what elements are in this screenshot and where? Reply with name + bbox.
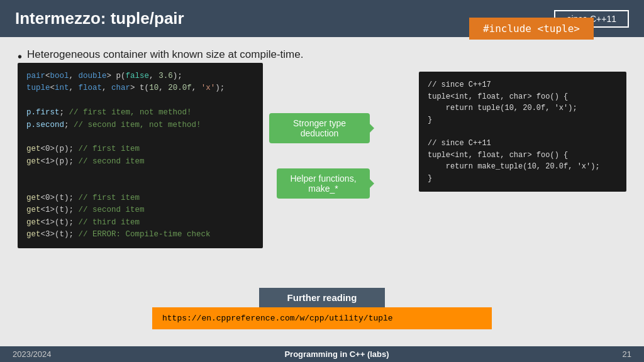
callout-helper-line1: Helper functions, [287,173,360,184]
code-line: p.first; // first item, not method! [26,107,254,119]
code-line: p.second; // second item, not method! [26,119,254,131]
code-line: tuple<int, float, char> foo() { [428,150,618,162]
code-line: return make_tuple(10, 20.0f, 'x'); [428,161,618,173]
code-line: get<1>(t); // third item [26,217,254,229]
footer-year: 2023/2024 [13,349,51,359]
callout-type-deduction: Stronger type deduction [269,113,370,143]
bullet-text: Heterogeneous container with known size … [27,48,303,61]
code-line: get<3>(t); // ERROR: Compile-time check [26,229,254,241]
code-block-left: pair<bool, double> p(false, 3.6); tuple<… [18,63,263,248]
code-line: return tuple(10, 20.0f, 'x'); [428,102,618,114]
code-line: } [428,114,618,126]
code-line: tuple<int, float, char> t(10, 20.0f, 'x'… [26,82,254,94]
footer-course: Programming in C++ (labs) [284,349,389,359]
footer-page: 21 [623,349,631,359]
code-line: get<0>(p); // first item [26,143,254,155]
code-line: get<0>(t); // first item [26,192,254,204]
code-line: pair<bool, double> p(false, 3.6); [26,70,254,82]
code-comment: // since C++17 [428,79,618,91]
further-reading-title: Further reading [259,288,385,307]
callout-helper-functions: Helper functions, make_* [277,168,370,199]
code-line: get<1>(p); // second item [26,156,254,168]
code-line: } [428,173,618,185]
page-title: Intermezzo: tuple/pair [15,9,184,28]
callout-helper-line2: make_* [287,184,360,194]
main-content: • Heterogeneous container with known siz… [0,37,644,65]
code-line: get<1>(t); // second item [26,204,254,216]
code-comment: // since C++11 [428,138,618,150]
footer: 2023/2024 Programming in C++ (labs) 21 [0,346,644,362]
include-box: #include <tuple> [469,18,594,40]
further-reading-section: Further reading https://en.cppreference.… [152,288,492,329]
code-line: tuple<int, float, char> foo() { [428,91,618,103]
further-reading-url: https://en.cppreference.com/w/cpp/utilit… [152,307,492,329]
code-block-right: // since C++17 tuple<int, float, char> f… [419,72,626,192]
callout-type-deduction-label: Stronger type deduction [293,118,346,138]
